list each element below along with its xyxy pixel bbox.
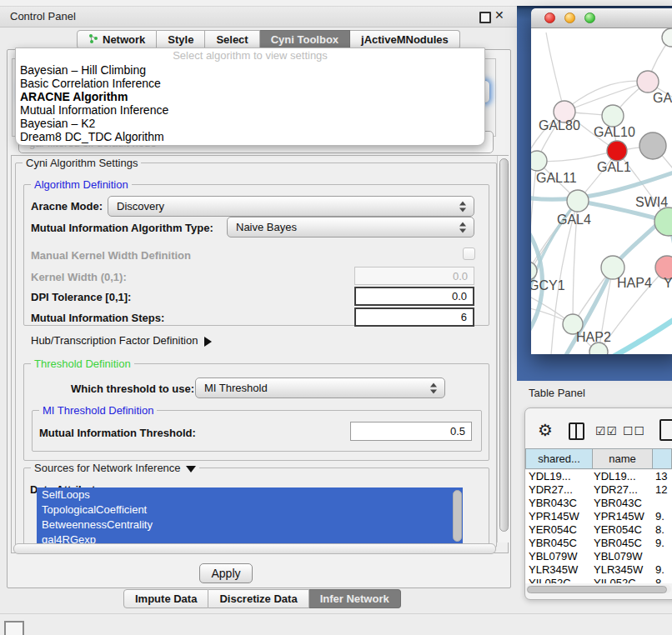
table-cell: YLR345W xyxy=(594,563,652,577)
table-cell: YBR045C xyxy=(529,537,592,550)
table-cell: 9. xyxy=(655,510,672,523)
kernel-width-label: Kernel Width (0,1): xyxy=(31,271,127,283)
tab-style[interactable]: Style xyxy=(157,30,205,49)
tab-label: Impute Data xyxy=(135,592,197,605)
minimized-panel-button[interactable] xyxy=(4,621,24,635)
table-cell: YDR27... xyxy=(594,483,652,497)
tab-network[interactable]: Network xyxy=(77,30,157,49)
table-row[interactable]: YER054CYER054C8. xyxy=(525,523,672,537)
network-canvas[interactable]: GALGAL80GAL10GAL1GAL11SWI4GAL4GCY1HAP4YH… xyxy=(531,28,672,354)
node-label-hap2: HAP2 xyxy=(576,330,611,344)
expand-right-icon[interactable] xyxy=(204,337,212,347)
table-row[interactable]: YPR145WYPR145W9. xyxy=(525,510,672,523)
node-label-y: Y xyxy=(664,276,672,290)
settings-vscrollbar[interactable] xyxy=(497,156,509,542)
node-label-gal4: GAL4 xyxy=(557,212,591,227)
network-edge xyxy=(610,312,672,354)
combo-arrows-icon xyxy=(459,201,466,212)
which-threshold-value: MI Threshold xyxy=(204,382,268,394)
dropdown-item-bayesian-hill-climbing[interactable]: Bayesian – Hill Climbing xyxy=(16,63,484,77)
dropdown-item-bayesian-k2[interactable]: Bayesian – K2 xyxy=(16,117,484,130)
tab-select[interactable]: Select xyxy=(205,30,259,49)
node-label-hap4: HAP4 xyxy=(617,276,652,290)
window-close-icon[interactable] xyxy=(544,12,555,23)
table-cell: YDL19... xyxy=(594,470,652,483)
table-cell: YDR27... xyxy=(529,483,592,497)
node-gal4[interactable] xyxy=(567,190,589,212)
attribute-item-gal4rgexp[interactable]: gal4RGexp xyxy=(37,532,463,543)
column-header-partial[interactable] xyxy=(652,448,672,469)
mi-threshold-input[interactable]: 0.5 xyxy=(350,422,472,441)
node-gray[interactable] xyxy=(639,132,666,159)
dpi-tolerance-input[interactable]: 0.0 xyxy=(354,287,474,306)
sources-group-title: Sources for Network Inference xyxy=(31,462,199,474)
mi-threshold-label: Mutual Information Threshold: xyxy=(39,427,196,439)
hub-definition-label: Hub/Transcription Factor Definition xyxy=(31,334,198,347)
apply-button[interactable]: Apply xyxy=(199,563,253,583)
node-partial-bottom[interactable] xyxy=(589,342,608,354)
node-label-gal: GAL xyxy=(653,91,672,105)
tab-infer-network[interactable]: Infer Network xyxy=(309,589,401,608)
table-cell: 12 xyxy=(655,483,672,497)
node-gal10[interactable] xyxy=(602,105,624,127)
dropdown-item-dream8-dc-tdc-algorithm[interactable]: Dream8 DC_TDC Algorithm xyxy=(16,130,484,143)
mi-type-combo[interactable]: Naive Bayes xyxy=(227,217,474,238)
split-columns-icon[interactable] xyxy=(569,422,584,440)
table-row[interactable]: YLR345WYLR345W9. xyxy=(525,563,672,577)
float-window-icon[interactable] xyxy=(479,12,491,23)
collapse-down-icon[interactable] xyxy=(186,466,196,472)
tab-discretize-data[interactable]: Discretize Data xyxy=(208,589,308,608)
node-label-gal11: GAL11 xyxy=(536,171,577,185)
tab-impute-data[interactable]: Impute Data xyxy=(123,589,208,608)
unchecked-columns-icon[interactable]: ☐☐ xyxy=(623,424,645,438)
node-partial-top[interactable] xyxy=(662,28,672,47)
mi-steps-label: Mutual Information Steps: xyxy=(31,312,164,324)
mi-steps-input[interactable]: 6 xyxy=(354,308,474,327)
network-icon xyxy=(88,33,98,47)
attribute-item-selfloops[interactable]: SelfLoops xyxy=(37,488,463,502)
tab-jactivemnodules[interactable]: jActiveMNodules xyxy=(350,30,460,49)
column-header-shared[interactable]: shared... xyxy=(525,448,593,469)
tab-label: Network xyxy=(103,33,145,46)
table-row[interactable]: YIL052CYIL052C8 xyxy=(525,577,672,583)
table-row[interactable]: YBR043CYBR043C xyxy=(525,497,672,510)
node-pink-top[interactable] xyxy=(637,71,659,92)
close-icon[interactable]: ✕ xyxy=(494,8,504,22)
group-title: MI Threshold Definition xyxy=(39,404,157,417)
hub-definition-toggle[interactable]: Hub/Transcription Factor Definition xyxy=(31,334,212,347)
table-cell: 8. xyxy=(655,523,672,537)
table-hscrollbar[interactable] xyxy=(526,585,671,593)
attribute-item-topologicalcoefficient[interactable]: TopologicalCoefficient xyxy=(37,502,463,518)
aracne-mode-value: Discovery xyxy=(117,200,164,212)
gear-icon[interactable]: ⚙ xyxy=(538,420,553,440)
table-row[interactable]: YDL19...YDL19...13 xyxy=(525,470,672,483)
node-label-gal10: GAL10 xyxy=(594,125,635,139)
attribute-list-scrollbar[interactable] xyxy=(453,490,462,542)
table-row[interactable]: YDR27...YDR27...12 xyxy=(525,483,672,497)
table-row[interactable]: YBR045CYBR045C9. xyxy=(525,537,672,550)
checked-columns-icon[interactable]: ☑☑ xyxy=(595,424,618,438)
tab-cyni-toolbox[interactable]: Cyni Toolbox xyxy=(260,30,350,49)
node-gal1[interactable] xyxy=(607,141,627,161)
attribute-item-betweennesscentrality[interactable]: BetweennessCentrality xyxy=(37,518,463,532)
dropdown-item-aracne-algorithm[interactable]: ARACNE Algorithm xyxy=(16,90,484,103)
network-window-titlebar[interactable] xyxy=(531,8,672,28)
table-cell: YBL079W xyxy=(594,550,652,563)
dropdown-item-mutual-information-inference[interactable]: Mutual Information Inference xyxy=(16,103,484,117)
app-root: Control Panel ✕ NetworkStyleSelectCyni T… xyxy=(0,0,672,635)
window-zoom-icon[interactable] xyxy=(584,12,595,23)
table-row[interactable]: YBL079WYBL079W xyxy=(525,550,672,563)
document-icon[interactable] xyxy=(659,419,672,441)
node-gal11[interactable] xyxy=(531,151,547,171)
aracne-mode-combo[interactable]: Discovery xyxy=(108,196,474,217)
settings-hscrollbar[interactable] xyxy=(13,543,496,554)
data-attributes-list: SelfLoopsTopologicalCoefficientBetweenne… xyxy=(37,488,463,543)
column-header-name[interactable]: name xyxy=(592,448,653,469)
window-minimize-icon[interactable] xyxy=(564,12,575,23)
dropdown-item-basic-correlation-inference[interactable]: Basic Correlation Inference xyxy=(16,77,484,90)
node-gcy1[interactable] xyxy=(531,262,537,280)
which-threshold-combo[interactable]: MI Threshold xyxy=(195,378,445,398)
node-swi4[interactable] xyxy=(654,208,672,236)
mi-type-value: Naive Bayes xyxy=(236,221,297,233)
table-cell: YIL052C xyxy=(594,577,652,583)
